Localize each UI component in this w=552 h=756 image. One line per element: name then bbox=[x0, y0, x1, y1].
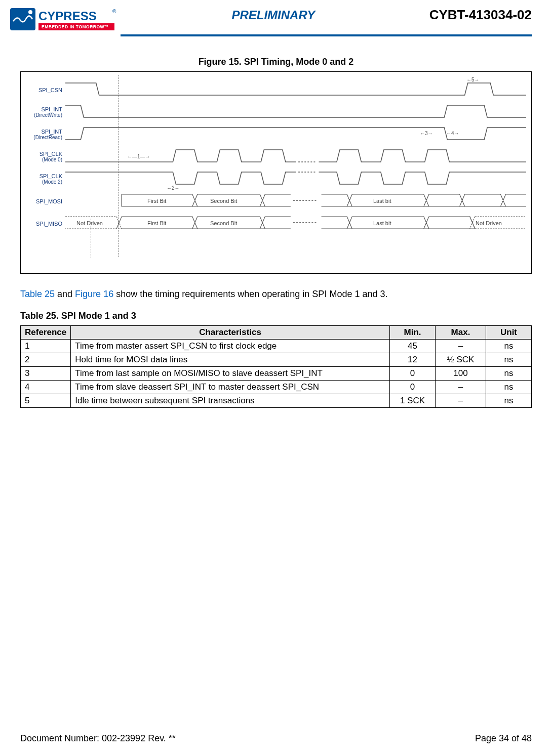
signal-label-int-dw: SPI_INT (DirectWrite) bbox=[26, 106, 65, 118]
th-unit: Unit bbox=[486, 326, 532, 340]
th-reference: Reference bbox=[21, 326, 71, 340]
miso-last-bit: Last bit bbox=[373, 220, 391, 226]
th-max: Max. bbox=[436, 326, 486, 340]
signal-row-csn: SPI_CSN ←5→ bbox=[26, 79, 526, 101]
miso-first-bit: First Bit bbox=[147, 220, 166, 226]
signal-row-int-dr: SPI_INT (DirectRead) ←3→ ←4→ bbox=[26, 123, 526, 146]
miso-second-bit: Second Bit bbox=[210, 220, 237, 226]
signal-label-int-dr: SPI_INT (DirectRead) bbox=[26, 129, 65, 141]
document-number: Document Number: 002-23992 Rev. ** bbox=[20, 733, 176, 744]
signal-row-mosi: SPI_MOSI First Bit Second Bit Last bit bbox=[26, 190, 526, 213]
table-row: 5 Idle time between subsequent SPI trans… bbox=[21, 394, 532, 408]
th-min: Min. bbox=[390, 326, 436, 340]
signal-label-mosi: SPI_MOSI bbox=[26, 198, 65, 204]
miso-not-driven-1: Not Driven bbox=[76, 220, 103, 226]
signal-row-miso: SPI_MISO Not Driven First Bit Second Bit… bbox=[26, 213, 526, 235]
signal-label-miso: SPI_MISO bbox=[26, 221, 65, 227]
table-row: 4 Time from slave deassert SPI_INT to ma… bbox=[21, 381, 532, 394]
th-characteristics: Characteristics bbox=[71, 326, 390, 340]
table-row: 3 Time from last sample on MOSI/MISO to … bbox=[21, 367, 532, 381]
signal-label-clk2: SPI_CLK (Mode 2) bbox=[26, 173, 65, 185]
mosi-second-bit: Second Bit bbox=[210, 198, 237, 204]
spi-mode-table: Reference Characteristics Min. Max. Unit… bbox=[20, 325, 532, 408]
figure-caption: Figure 15. SPI Timing, Mode 0 and 2 bbox=[20, 57, 532, 67]
mosi-first-bit: First Bit bbox=[147, 198, 166, 204]
miso-not-driven-2: Not Driven bbox=[476, 220, 502, 226]
page-footer: Document Number: 002-23992 Rev. ** Page … bbox=[20, 733, 532, 744]
timing-diagram: SPI_CSN ←5→ SPI_INT (DirectWrite) bbox=[20, 71, 532, 274]
table-row: 2 Hold time for MOSI data lines 12 ½ SCK… bbox=[21, 353, 532, 367]
svg-point-1 bbox=[28, 10, 32, 14]
table-row: 1 Time from master assert SPI_CSN to fir… bbox=[21, 340, 532, 353]
svg-text:EMBEDDED IN TOMORROW™: EMBEDDED IN TOMORROW™ bbox=[42, 24, 109, 29]
link-figure16[interactable]: Figure 16 bbox=[75, 289, 113, 299]
timing-paragraph: Table 25 and Figure 16 show the timing r… bbox=[20, 289, 532, 300]
signal-label-clk0: SPI_CLK (Mode 0) bbox=[26, 151, 65, 163]
marker-1: 1 bbox=[137, 154, 140, 159]
page-header: CYPRESS ® EMBEDDED IN TOMORROW™ PRELIMIN… bbox=[0, 0, 552, 34]
part-number: CYBT-413034-02 bbox=[429, 7, 532, 23]
page-number: Page 34 of 48 bbox=[475, 733, 532, 744]
logo-text: CYPRESS bbox=[38, 9, 97, 23]
signal-label-csn: SPI_CSN bbox=[26, 87, 65, 93]
table-header-row: Reference Characteristics Min. Max. Unit bbox=[21, 326, 532, 340]
link-table25[interactable]: Table 25 bbox=[20, 289, 55, 299]
signal-row-int-dw: SPI_INT (DirectWrite) bbox=[26, 101, 526, 123]
mosi-last-bit: Last bit bbox=[373, 198, 391, 204]
preliminary-label: PRELIMINARY bbox=[117, 8, 429, 22]
table-caption: Table 25. SPI Mode 1 and 3 bbox=[20, 311, 532, 321]
signal-row-clk2: SPI_CLK (Mode 2) ←2→ bbox=[26, 168, 526, 190]
cypress-logo: CYPRESS ® EMBEDDED IN TOMORROW™ bbox=[10, 6, 117, 32]
page-content: Figure 15. SPI Timing, Mode 0 and 2 SPI_… bbox=[0, 36, 552, 408]
svg-text:®: ® bbox=[112, 9, 116, 14]
signal-row-clk0: SPI_CLK (Mode 0) ←—1—→ bbox=[26, 146, 526, 168]
